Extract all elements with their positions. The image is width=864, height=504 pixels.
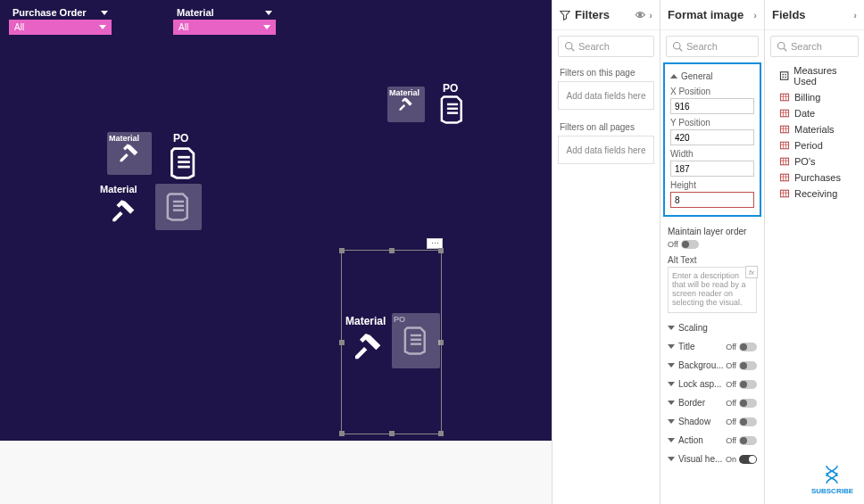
document-icon (403, 326, 429, 356)
chevron-right-icon (770, 190, 775, 197)
search-icon (777, 41, 787, 52)
slicer-po-dropdown[interactable]: All (9, 20, 112, 35)
slicer-mat-dropdown[interactable]: All (173, 20, 276, 35)
field-item-purchases[interactable]: Purchases (768, 169, 860, 186)
image-material-mid[interactable]: Material (107, 132, 152, 175)
format-row-label: Scaling (678, 323, 708, 333)
toggle[interactable]: Off (726, 343, 757, 351)
resize-handle[interactable] (339, 340, 345, 345)
field-label: PO's (794, 156, 816, 167)
chevron-down-icon (668, 326, 675, 330)
chevron-right-icon[interactable]: › (649, 10, 652, 21)
x-position-label: X Position (670, 87, 754, 96)
fields-search[interactable]: Search (770, 36, 859, 57)
chevron-down-icon[interactable] (99, 25, 106, 29)
chevron-down-icon (668, 419, 675, 424)
resize-handle[interactable] (438, 248, 444, 253)
alt-text-input[interactable]: Enter a description that will be read by… (668, 267, 757, 313)
resize-handle[interactable] (438, 431, 444, 436)
resize-handle[interactable] (389, 431, 395, 436)
field-label: Billing (794, 92, 820, 103)
image-po-selected: PO (392, 313, 440, 368)
filters-pane: Filters 👁 › Search Filters on this page … (552, 0, 660, 504)
format-row-title[interactable]: TitleOff (660, 337, 764, 356)
fx-button[interactable]: fx (745, 266, 758, 278)
image-po-faded[interactable] (155, 184, 202, 230)
svg-line-13 (571, 48, 574, 51)
filter-icon (560, 10, 570, 21)
x-position-input[interactable] (670, 98, 754, 114)
svg-line-15 (679, 48, 682, 51)
format-row-action[interactable]: ActionOff (660, 431, 764, 450)
chevron-right-icon[interactable]: › (753, 10, 757, 21)
slicer-po-label: Purchase Order (9, 5, 112, 20)
report-canvas[interactable]: Purchase Order All Material All Material… (0, 0, 552, 441)
width-input[interactable] (670, 161, 754, 177)
field-label: Receiving (794, 188, 837, 199)
svg-point-16 (778, 43, 785, 50)
resize-handle[interactable] (339, 431, 345, 436)
chevron-right-icon (770, 72, 775, 79)
y-position-input[interactable] (670, 129, 754, 145)
tile-label: Material (389, 88, 420, 97)
field-label: Materials (794, 124, 835, 135)
field-item-measuresused[interactable]: Measures Used (768, 62, 860, 89)
hammer-icon (117, 141, 142, 166)
height-input[interactable] (670, 192, 754, 208)
format-row-shadow[interactable]: ShadowOff (660, 412, 764, 431)
field-item-materials[interactable]: Materials (768, 121, 860, 137)
format-header: Format image › (660, 0, 764, 30)
table-icon (779, 156, 790, 167)
toggle[interactable]: Off (726, 436, 757, 445)
format-row-label: Visual he... (678, 454, 722, 464)
toggle[interactable]: Off (726, 380, 757, 389)
chevron-right-icon[interactable]: › (853, 10, 857, 21)
filters-page-dropzone[interactable]: Add data fields here (558, 81, 654, 110)
field-item-date[interactable]: Date (768, 105, 860, 121)
document-icon[interactable] (439, 95, 466, 125)
chevron-right-icon (770, 158, 775, 165)
filters-all-dropzone[interactable]: Add data fields here (558, 136, 654, 164)
filters-search[interactable]: Search (558, 36, 654, 57)
toggle[interactable]: Off (726, 361, 757, 370)
format-row-label: Lock asp... (678, 379, 721, 389)
format-row-border[interactable]: BorderOff (660, 393, 764, 412)
table-icon (779, 140, 790, 151)
format-row-backgrou[interactable]: Backgrou...Off (660, 356, 764, 375)
slicer-purchase-order[interactable]: Purchase Order All (9, 5, 112, 35)
selected-visual[interactable]: ⋯ Material PO (341, 250, 442, 434)
format-row-visualhe[interactable]: Visual he...On (660, 450, 764, 468)
field-item-pos[interactable]: PO's (768, 153, 860, 169)
field-item-period[interactable]: Period (768, 137, 860, 153)
resize-handle[interactable] (339, 248, 345, 253)
tile-label: Material (109, 134, 139, 143)
image-material-small[interactable]: Material (387, 87, 425, 122)
format-row-scaling[interactable]: Scaling (660, 318, 764, 337)
table-icon (779, 108, 790, 119)
chevron-right-icon (770, 142, 775, 149)
field-item-billing[interactable]: Billing (768, 89, 860, 105)
hammer-icon[interactable] (109, 196, 139, 227)
svg-rect-27 (781, 110, 789, 117)
general-accordion[interactable]: General (670, 68, 754, 83)
subscribe-badge[interactable]: SUBSCRIBE (811, 464, 853, 495)
chevron-down-icon (668, 438, 675, 442)
toggle[interactable]: On (726, 455, 757, 464)
maintain-layer-toggle[interactable]: Off (668, 240, 699, 249)
chevron-down-icon[interactable] (263, 25, 270, 29)
resize-handle[interactable] (389, 248, 395, 253)
hammer-icon (397, 95, 415, 113)
slicer-material[interactable]: Material All (173, 5, 276, 35)
format-row-label: Title (678, 342, 695, 351)
chevron-down-icon (668, 344, 675, 349)
toggle[interactable]: Off (726, 399, 757, 408)
chevron-right-icon (770, 174, 775, 181)
material-label: Material (100, 184, 137, 194)
document-icon[interactable] (168, 146, 200, 180)
chevron-down-icon (668, 363, 675, 368)
eye-icon[interactable]: 👁 (636, 10, 645, 21)
format-search[interactable]: Search (666, 36, 759, 57)
format-row-lockasp[interactable]: Lock asp...Off (660, 375, 764, 393)
field-item-receiving[interactable]: Receiving (768, 186, 860, 202)
toggle[interactable]: Off (726, 417, 757, 426)
